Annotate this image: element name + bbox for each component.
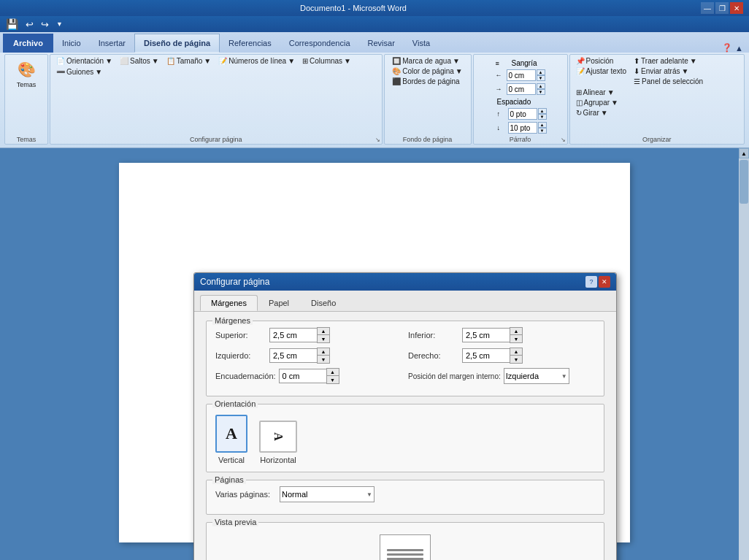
margins-row-2: Izquierdo: ▲ ▼ Derecho:: [215, 348, 595, 364]
tab-referencias[interactable]: Referencias: [220, 34, 280, 53]
tab-vista[interactable]: Vista: [404, 34, 439, 53]
superior-spinner[interactable]: ▲ ▼: [269, 327, 330, 343]
tab-archivo[interactable]: Archivo: [3, 34, 53, 53]
vertical-scrollbar[interactable]: ▲ ▼: [739, 148, 749, 560]
preview-line-3: [387, 558, 423, 560]
sangria-der-up[interactable]: ▲: [537, 83, 545, 89]
encuadernacion-input[interactable]: [279, 369, 326, 383]
sangria-izq-input[interactable]: [507, 69, 536, 81]
superior-input[interactable]: [269, 328, 317, 342]
margins-row-1: Superior: ▲ ▼ Inferior:: [215, 327, 595, 343]
alinear-button[interactable]: ⊞ Alinear ▼: [573, 88, 621, 97]
orientation-vertical[interactable]: A Vertical: [215, 415, 247, 464]
espacio-desp-spinner[interactable]: ↓ ▲ ▼: [497, 122, 547, 134]
espacio-desp-input[interactable]: [508, 122, 537, 134]
tab-insertar[interactable]: Insertar: [90, 34, 134, 53]
encuadernacion-spinner[interactable]: ▲ ▼: [279, 368, 339, 384]
derecho-input[interactable]: [462, 348, 510, 363]
derecho-up[interactable]: ▲: [510, 348, 522, 356]
margins-row-3: Encuadernación: ▲ ▼ Posición del margen …: [215, 368, 595, 384]
orientacion-button[interactable]: 📄 Orientación ▼: [53, 56, 115, 66]
espacio-desp-up[interactable]: ▲: [538, 122, 547, 128]
document-area: ▲ ▼ Configurar página ? ✕ Márgenes Papel…: [0, 148, 749, 560]
margenes-section-title: Márgenes: [212, 316, 253, 325]
sangria-izq-down[interactable]: ▼: [537, 75, 545, 81]
izquierdo-spinner[interactable]: ▲ ▼: [269, 348, 330, 364]
redo-quick-btn[interactable]: ↪: [38, 18, 52, 31]
save-quick-btn[interactable]: 💾: [3, 18, 21, 31]
guiones-button[interactable]: ➖ Guiones ▼: [53, 67, 105, 77]
agrupar-button[interactable]: ◫ Agrupar ▼: [573, 98, 621, 107]
numeros-linea-button[interactable]: 📝 Números de línea ▼: [215, 56, 298, 66]
tab-diseno[interactable]: Diseño: [300, 295, 347, 311]
espacio-antes-spinner[interactable]: ↑ ▲ ▼: [497, 108, 547, 120]
marca-agua-button[interactable]: 🔲 Marca de agua ▼: [389, 56, 466, 66]
horizontal-btn[interactable]: A: [259, 421, 297, 453]
inferior-down[interactable]: ▼: [510, 335, 522, 342]
tab-correspondencia[interactable]: Correspondencia: [280, 34, 359, 53]
dialog-close-button[interactable]: ✕: [599, 276, 610, 288]
maximize-button[interactable]: ❐: [715, 2, 729, 14]
close-button[interactable]: ✕: [730, 2, 743, 14]
marca-agua-dropdown-icon: ▼: [453, 57, 460, 65]
izquierdo-down[interactable]: ▼: [318, 356, 329, 363]
vertical-btn[interactable]: A: [215, 415, 247, 453]
superior-down[interactable]: ▼: [318, 335, 329, 342]
help-icon[interactable]: ❓: [722, 43, 732, 53]
posicion-button[interactable]: 📌Posición: [573, 56, 630, 66]
saltos-button[interactable]: ⬜ Saltos ▼: [117, 56, 162, 66]
enviar-atras-button[interactable]: ⬇ Enviar atrás ▼: [631, 66, 706, 76]
preview-section: Vista previa: [206, 522, 604, 560]
posicion-margen-select[interactable]: Izquierda ▼: [504, 368, 569, 384]
tab-margenes[interactable]: Márgenes: [200, 295, 258, 311]
enviar-atras-dropdown-icon: ▼: [681, 67, 688, 75]
scroll-thumb[interactable]: [740, 160, 748, 204]
superior-up[interactable]: ▲: [318, 328, 329, 335]
panel-seleccion-button[interactable]: ☰ Panel de selección: [631, 77, 706, 86]
tab-revisar[interactable]: Revisar: [359, 34, 404, 53]
varias-paginas-select[interactable]: Normal ▼: [280, 486, 374, 502]
configurar-pagina-expand-icon[interactable]: ↘: [375, 137, 380, 143]
derecho-spinner[interactable]: ▲ ▼: [462, 348, 523, 364]
scroll-up-btn[interactable]: ▲: [739, 148, 749, 158]
sangria-izq-up[interactable]: ▲: [537, 69, 545, 75]
sangria-der-input[interactable]: [507, 83, 536, 95]
temas-button[interactable]: 🎨 Temas: [12, 56, 41, 90]
minimize-button[interactable]: —: [701, 2, 714, 14]
ribbon-collapse-icon[interactable]: ▲: [735, 44, 743, 53]
ajustar-texto-button[interactable]: 📝Ajustar texto: [573, 66, 630, 76]
orientation-horizontal[interactable]: A Horizontal: [259, 421, 297, 464]
quick-access-dropdown[interactable]: ▼: [53, 20, 66, 28]
help-area: ❓ ▲: [722, 43, 746, 53]
bordes-pagina-button[interactable]: ⬛ Bordes de página: [389, 77, 466, 86]
columnas-button[interactable]: ⊞ Columnas ▼: [299, 56, 354, 66]
traer-adelante-button[interactable]: ⬆ Traer adelante ▼: [631, 56, 706, 66]
encuadernacion-down[interactable]: ▼: [327, 376, 339, 383]
tamano-button[interactable]: 📋 Tamaño ▼: [164, 56, 214, 66]
espacio-antes-input[interactable]: [508, 108, 537, 120]
girar-button[interactable]: ↻ Girar ▼: [573, 108, 621, 118]
izquierdo-input[interactable]: [269, 348, 317, 363]
undo-quick-btn[interactable]: ↩: [23, 18, 37, 31]
sangria-der-spinner[interactable]: → ▲ ▼: [496, 83, 545, 95]
sangria-der-down[interactable]: ▼: [537, 89, 545, 95]
dialog-tabs: Márgenes Papel Diseño: [194, 291, 616, 312]
sangria-izq-spinner[interactable]: ← ▲ ▼: [496, 69, 545, 81]
inferior-spinner[interactable]: ▲ ▼: [462, 327, 523, 343]
group-organizar: 📌Posición 📝Ajustar texto ⬆ Traer adelant…: [569, 54, 745, 145]
espacio-antes-down[interactable]: ▼: [538, 114, 547, 120]
color-pagina-button[interactable]: 🎨 Color de página ▼: [389, 66, 466, 76]
inferior-up[interactable]: ▲: [510, 328, 522, 335]
inferior-input[interactable]: [462, 328, 510, 342]
tab-diseno-pagina[interactable]: Diseño de página: [134, 34, 220, 53]
tab-papel[interactable]: Papel: [258, 295, 300, 311]
dialog-help-button[interactable]: ?: [585, 276, 597, 288]
parrafo-expand-icon[interactable]: ↘: [561, 137, 566, 143]
encuadernacion-up[interactable]: ▲: [327, 369, 339, 376]
dialog-title-bar: Configurar página ? ✕: [194, 273, 616, 291]
tab-inicio[interactable]: Inicio: [53, 34, 90, 53]
derecho-down[interactable]: ▼: [510, 356, 522, 363]
izquierdo-up[interactable]: ▲: [318, 348, 329, 356]
espacio-antes-up[interactable]: ▲: [538, 108, 547, 114]
espacio-desp-down[interactable]: ▼: [538, 128, 547, 134]
